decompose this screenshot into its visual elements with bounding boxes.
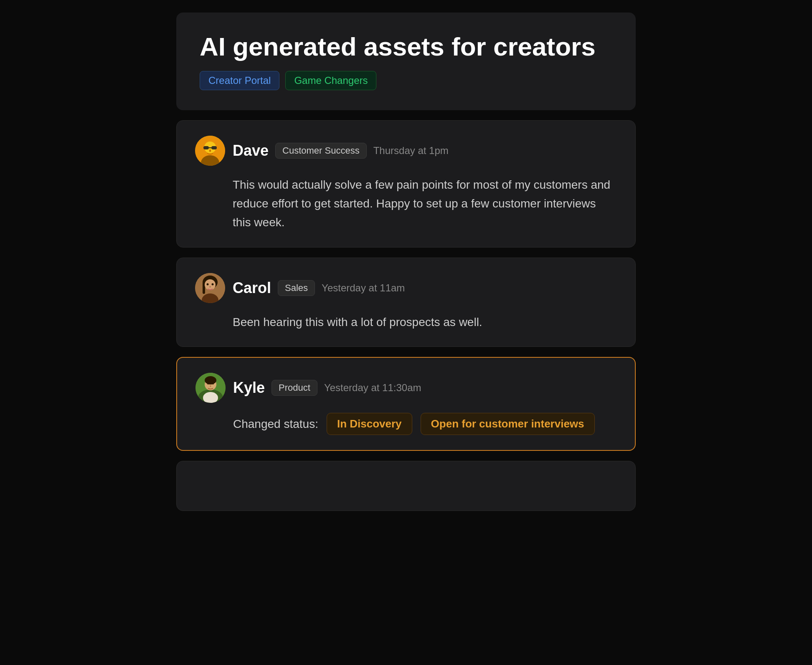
comment-header-carol: Carol Sales Yesterday at 11am bbox=[195, 273, 617, 303]
comment-dave: Dave Customer Success Thursday at 1pm Th… bbox=[176, 120, 636, 247]
svg-point-11 bbox=[207, 283, 209, 285]
role-kyle: Product bbox=[272, 380, 317, 396]
svg-point-10 bbox=[205, 279, 216, 290]
svg-rect-3 bbox=[203, 146, 209, 149]
comment-header-dave: Dave Customer Success Thursday at 1pm bbox=[195, 136, 617, 166]
tag-game-changers[interactable]: Game Changers bbox=[285, 71, 376, 90]
comment-kyle: Kyle Product Yesterday at 11:30am Change… bbox=[176, 357, 636, 451]
svg-point-6 bbox=[209, 149, 211, 152]
avatar-kyle bbox=[195, 373, 226, 403]
svg-point-13 bbox=[210, 286, 211, 288]
header-card: AI generated assets for creators Creator… bbox=[176, 13, 636, 110]
comment-header-kyle: Kyle Product Yesterday at 11:30am bbox=[195, 373, 617, 403]
time-carol: Yesterday at 11am bbox=[322, 282, 405, 294]
comment-meta-kyle: Kyle Product Yesterday at 11:30am bbox=[233, 379, 421, 397]
tag-creator-portal[interactable]: Creator Portal bbox=[200, 71, 279, 90]
svg-point-18 bbox=[205, 376, 216, 384]
status-row-kyle: Changed status: In Discovery Open for cu… bbox=[195, 413, 617, 435]
body-carol: Been hearing this with a lot of prospect… bbox=[195, 313, 617, 332]
time-kyle: Yesterday at 11:30am bbox=[324, 382, 421, 394]
avatar-dave bbox=[195, 136, 225, 166]
role-carol: Sales bbox=[278, 280, 315, 296]
comment-meta-carol: Carol Sales Yesterday at 11am bbox=[233, 279, 405, 297]
svg-point-12 bbox=[212, 283, 214, 285]
author-carol: Carol bbox=[233, 279, 271, 297]
svg-rect-9 bbox=[203, 282, 205, 294]
status-badge-discovery[interactable]: In Discovery bbox=[327, 413, 412, 435]
svg-rect-4 bbox=[211, 146, 217, 149]
comment-carol: Carol Sales Yesterday at 11am Been heari… bbox=[176, 258, 636, 347]
body-dave: This would actually solve a few pain poi… bbox=[195, 176, 617, 232]
status-badge-interviews[interactable]: Open for customer interviews bbox=[421, 413, 595, 435]
svg-point-21 bbox=[210, 385, 211, 387]
author-dave: Dave bbox=[233, 142, 269, 159]
page-title: AI generated assets for creators bbox=[200, 33, 612, 61]
role-dave: Customer Success bbox=[275, 143, 367, 159]
svg-point-20 bbox=[212, 383, 214, 384]
time-dave: Thursday at 1pm bbox=[373, 145, 449, 157]
avatar-carol bbox=[195, 273, 225, 303]
bottom-card bbox=[176, 461, 636, 511]
status-prefix: Changed status: bbox=[233, 417, 318, 431]
svg-point-19 bbox=[207, 383, 209, 384]
comment-meta-dave: Dave Customer Success Thursday at 1pm bbox=[233, 142, 449, 159]
tags-row: Creator Portal Game Changers bbox=[200, 71, 612, 90]
author-kyle: Kyle bbox=[233, 379, 265, 397]
feed-container: AI generated assets for creators Creator… bbox=[176, 13, 636, 511]
